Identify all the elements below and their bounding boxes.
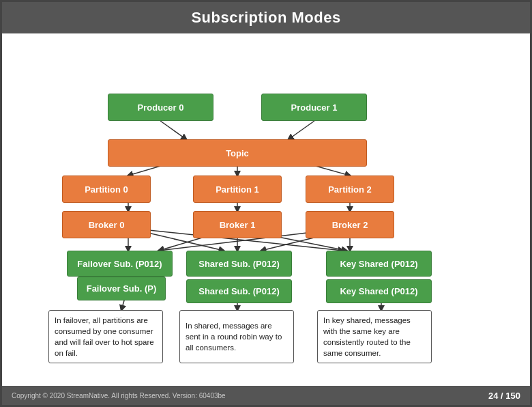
slide-container: Subscription Modes <box>0 0 532 407</box>
slide-header: Subscription Modes <box>2 2 530 33</box>
failover-sub2-box: Failover Sub. (P) <box>77 277 166 300</box>
topic-box: Topic <box>108 139 367 167</box>
producer1-box: Producer 1 <box>261 94 367 121</box>
slide-title: Subscription Modes <box>191 9 340 26</box>
keyshared2-box: Key Shared (P012) <box>326 279 432 303</box>
failover-sub1-box: Failover Sub. (P012) <box>67 251 173 277</box>
svg-line-0 <box>160 121 186 139</box>
keyshared1-box: Key Shared (P012) <box>326 251 432 277</box>
footer-copyright: Copyright © 2020 StreamNative. All right… <box>12 392 226 399</box>
shared-sub2-box: Shared Sub. (P012) <box>186 279 292 303</box>
note-shared-box: In shared, messages are sent in a round … <box>179 310 294 363</box>
partition1-box: Partition 1 <box>193 176 282 203</box>
producer0-box: Producer 0 <box>108 94 213 121</box>
slide-footer: Copyright © 2020 StreamNative. All right… <box>2 386 530 405</box>
broker0-box: Broker 0 <box>62 211 151 238</box>
svg-line-1 <box>289 121 314 139</box>
partition2-box: Partition 2 <box>306 176 394 203</box>
shared-sub1-box: Shared Sub. (P012) <box>186 251 292 277</box>
broker1-box: Broker 1 <box>193 211 282 238</box>
note-failover-box: In failover, all partitions are consumed… <box>48 310 163 363</box>
broker2-box: Broker 2 <box>306 211 394 238</box>
slide-body: Producer 0 Producer 1 Topic Partition 0 … <box>2 33 530 386</box>
partition0-box: Partition 0 <box>62 176 151 203</box>
note-keyshared-box: In key shared, messages with the same ke… <box>317 310 432 363</box>
footer-page: 24 / 150 <box>488 391 520 401</box>
